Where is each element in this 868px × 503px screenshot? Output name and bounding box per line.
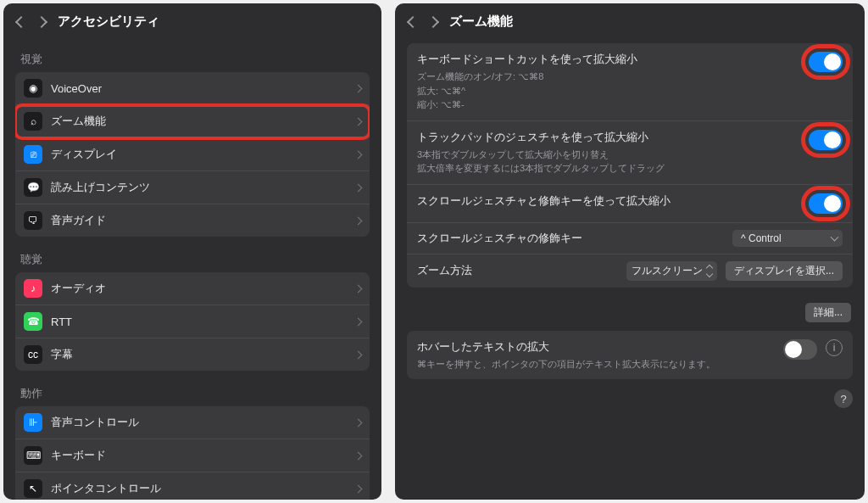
- sidebar-item-label: 字幕: [51, 347, 355, 362]
- sidebar-item-label: VoiceOver: [51, 82, 355, 95]
- left-scroll[interactable]: 視覚◉VoiceOver⌕ズーム機能⎚ディスプレイ💬読み上げコンテンツ🗨音声ガイ…: [3, 40, 381, 500]
- back-icon[interactable]: [15, 15, 27, 27]
- keyboard-shortcut-row: キーボードショートカットを使って拡大縮小 ズーム機能のオン/オフ: ⌥⌘8 拡大…: [407, 43, 853, 121]
- sidebar-item-label: RTT: [51, 316, 355, 328]
- hover-text-toggle[interactable]: [783, 339, 817, 360]
- forward-icon[interactable]: [427, 15, 439, 27]
- help-button[interactable]: ?: [834, 389, 853, 408]
- info-icon[interactable]: i: [826, 339, 843, 356]
- chevron-right-icon: [354, 284, 363, 293]
- zoom-panel: ズーム機能 キーボードショートカットを使って拡大縮小 ズーム機能のオン/オフ: …: [395, 3, 865, 500]
- popup-chevron-icon: [707, 265, 712, 277]
- section-title: 聴覚: [3, 240, 381, 272]
- setting-text: キーボードショートカットを使って拡大縮小 ズーム機能のオン/オフ: ⌥⌘8 拡大…: [417, 52, 800, 112]
- sidebar-item-label: 読み上げコンテンツ: [51, 180, 355, 195]
- left-title: アクセシビリティ: [58, 14, 159, 30]
- chevron-right-icon: [354, 350, 363, 359]
- scroll-gesture-row: スクロールジェスチャと修飾キーを使って拡大縮小: [407, 185, 853, 223]
- trackpad-gesture-row: トラックパッドのジェスチャを使って拡大縮小 3本指でダブルタップして拡大縮小を切…: [407, 121, 853, 185]
- setting-title: キーボードショートカットを使って拡大縮小: [417, 52, 800, 67]
- chevron-right-icon: [354, 216, 363, 225]
- keyboard-shortcut-toggle[interactable]: [809, 52, 843, 72]
- rtt-icon: ☎: [24, 312, 42, 331]
- sidebar-item-label: ズーム機能: [51, 114, 355, 129]
- hover-text-row: ホバーしたテキストの拡大 ⌘キーを押すと、ポインタの下の項目がテキスト拡大表示に…: [407, 331, 853, 380]
- spoken-content-icon: 💬: [24, 178, 42, 197]
- hover-text-group: ホバーしたテキストの拡大 ⌘キーを押すと、ポインタの下の項目がテキスト拡大表示に…: [407, 331, 853, 380]
- chevron-right-icon: [354, 418, 363, 427]
- sidebar-item-audio[interactable]: ♪オーディオ: [15, 272, 370, 305]
- chevron-right-icon: [354, 150, 363, 159]
- list-group: ♪オーディオ☎RTTcc字幕: [15, 272, 370, 371]
- setting-sub: ズーム機能のオン/オフ: ⌥⌘8 拡大: ⌥⌘^ 縮小: ⌥⌘-: [417, 70, 800, 112]
- scroll-modifier-label: スクロールジェスチャの修飾キー: [417, 231, 732, 246]
- pointer-control-icon: ↖: [24, 479, 42, 498]
- chevron-right-icon: [354, 451, 363, 460]
- setting-sub: 3本指でダブルタップして拡大縮小を切り替え 拡大倍率を変更するには3本指でダブル…: [417, 148, 800, 176]
- scroll-gesture-toggle[interactable]: [809, 193, 843, 214]
- sidebar-item-label: キーボード: [51, 448, 355, 463]
- audio-descriptions-icon: 🗨: [24, 211, 42, 230]
- setting-text: トラックパッドのジェスチャを使って拡大縮小 3本指でダブルタップして拡大縮小を切…: [417, 130, 800, 176]
- right-title: ズーム機能: [449, 14, 513, 30]
- chevron-right-icon: [354, 484, 363, 493]
- sidebar-item-audio-descriptions[interactable]: 🗨音声ガイド: [15, 204, 370, 237]
- left-header: アクセシビリティ: [3, 3, 381, 40]
- chevron-right-icon: [354, 317, 363, 326]
- sidebar-item-label: オーディオ: [51, 281, 355, 296]
- sidebar-item-voice-control[interactable]: ⊪音声コントロール: [15, 406, 370, 439]
- accessibility-panel: アクセシビリティ 視覚◉VoiceOver⌕ズーム機能⎚ディスプレイ💬読み上げコ…: [3, 3, 381, 500]
- chevron-right-icon: [354, 117, 363, 126]
- list-group: ⊪音声コントロール⌨キーボード↖ポインタコントロール: [15, 406, 370, 500]
- chevron-right-icon: [354, 183, 363, 192]
- zoom-method-popup[interactable]: フルスクリーン: [626, 261, 717, 281]
- voice-control-icon: ⊪: [24, 413, 42, 432]
- zoom-icon: ⌕: [24, 112, 42, 131]
- sidebar-item-subtitles[interactable]: cc字幕: [15, 338, 370, 371]
- voiceover-icon: ◉: [24, 79, 42, 98]
- audio-icon: ♪: [24, 279, 42, 298]
- scroll-modifier-select[interactable]: ^ Control: [732, 230, 843, 247]
- forward-icon[interactable]: [36, 15, 47, 27]
- setting-text: ホバーしたテキストの拡大 ⌘キーを押すと、ポインタの下の項目がテキスト拡大表示に…: [417, 339, 775, 372]
- chevron-right-icon: [354, 84, 363, 92]
- setting-title: トラックパッドのジェスチャを使って拡大縮小: [417, 130, 800, 145]
- choose-display-button[interactable]: ディスプレイを選択...: [726, 261, 843, 281]
- sidebar-item-rtt[interactable]: ☎RTT: [15, 305, 370, 338]
- setting-title: スクロールジェスチャと修飾キーを使って拡大縮小: [417, 193, 800, 209]
- trackpad-gesture-toggle[interactable]: [809, 130, 843, 150]
- sidebar-item-label: ディスプレイ: [51, 147, 355, 162]
- keyboard-icon: ⌨: [24, 446, 42, 465]
- advanced-button[interactable]: 詳細...: [805, 303, 851, 322]
- zoom-method-controls: フルスクリーン ディスプレイを選択...: [626, 261, 843, 281]
- right-header: ズーム機能: [395, 3, 865, 40]
- display-icon: ⎚: [24, 145, 42, 164]
- sidebar-item-display[interactable]: ⎚ディスプレイ: [15, 138, 370, 171]
- setting-title: ホバーしたテキストの拡大: [417, 339, 775, 355]
- zoom-method-value: フルスクリーン: [632, 264, 703, 278]
- sidebar-item-voiceover[interactable]: ◉VoiceOver: [15, 72, 370, 105]
- zoom-method-label: ズーム方法: [417, 263, 626, 278]
- zoom-content: キーボードショートカットを使って拡大縮小 ズーム機能のオン/オフ: ⌥⌘8 拡大…: [395, 40, 865, 411]
- sidebar-item-spoken-content[interactable]: 💬読み上げコンテンツ: [15, 171, 370, 204]
- list-group: ◉VoiceOver⌕ズーム機能⎚ディスプレイ💬読み上げコンテンツ🗨音声ガイド: [15, 72, 370, 237]
- zoom-method-row: ズーム方法 フルスクリーン ディスプレイを選択...: [407, 254, 853, 288]
- sidebar-item-zoom[interactable]: ⌕ズーム機能: [15, 105, 370, 138]
- sidebar-item-label: 音声コントロール: [51, 415, 355, 430]
- sidebar-item-label: ポインタコントロール: [51, 481, 355, 496]
- setting-sub: ⌘キーを押すと、ポインタの下の項目がテキスト拡大表示になります。: [417, 357, 775, 372]
- section-title: 動作: [3, 374, 381, 406]
- section-title: 視覚: [3, 40, 381, 72]
- zoom-toggles-group: キーボードショートカットを使って拡大縮小 ズーム機能のオン/オフ: ⌥⌘8 拡大…: [407, 43, 853, 288]
- sidebar-item-label: 音声ガイド: [51, 213, 355, 228]
- subtitles-icon: cc: [24, 345, 42, 364]
- scroll-modifier-row: スクロールジェスチャの修飾キー ^ Control: [407, 223, 853, 254]
- back-icon[interactable]: [407, 15, 419, 27]
- sidebar-item-pointer-control[interactable]: ↖ポインタコントロール: [15, 472, 370, 500]
- setting-text: スクロールジェスチャと修飾キーを使って拡大縮小: [417, 193, 800, 211]
- advanced-row: 詳細...: [407, 298, 853, 331]
- sidebar-item-keyboard[interactable]: ⌨キーボード: [15, 439, 370, 472]
